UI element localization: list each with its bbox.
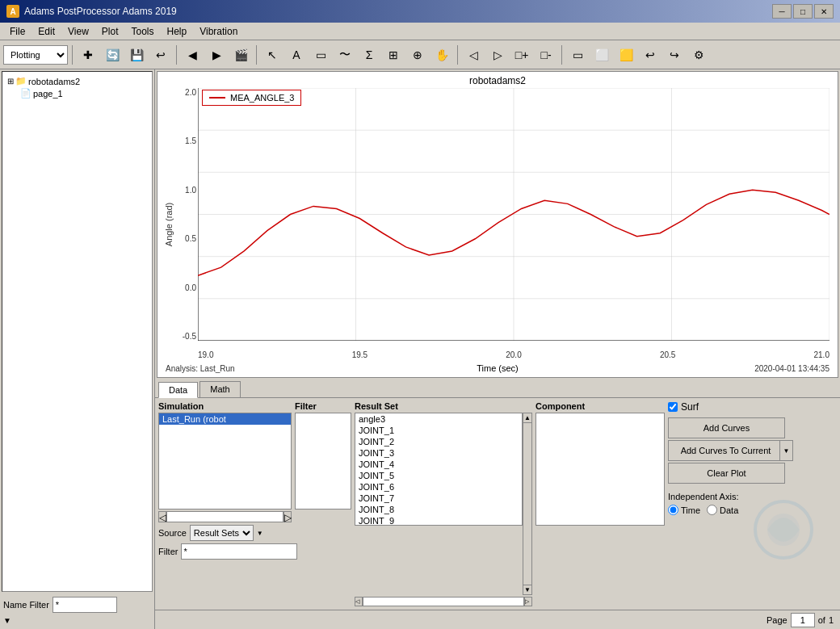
filter-section: Filter bbox=[295, 401, 351, 606]
add-curves-button[interactable]: Add Curves bbox=[668, 417, 785, 438]
timestamp: 2020-04-01 13:44:35 bbox=[754, 364, 830, 373]
menu-view[interactable]: View bbox=[61, 24, 95, 39]
result-item-joint6[interactable]: JOINT_6 bbox=[355, 481, 522, 493]
new-button[interactable]: ✚ bbox=[77, 44, 99, 66]
surf-checkbox[interactable] bbox=[668, 402, 678, 412]
scroll-up-btn[interactable]: ▲ bbox=[523, 413, 531, 423]
scroll-down-btn[interactable]: ▼ bbox=[523, 585, 531, 594]
open-button[interactable]: 🔄 bbox=[101, 44, 124, 66]
simulation-list[interactable]: Last_Run (robot bbox=[158, 413, 292, 509]
x-axis-label: Time (sec) bbox=[158, 363, 838, 373]
forward-button[interactable]: ▶ bbox=[205, 44, 228, 66]
filter-list[interactable] bbox=[295, 413, 351, 509]
menu-plot[interactable]: Plot bbox=[95, 24, 125, 39]
result-item-joint1[interactable]: JOINT_1 bbox=[355, 425, 522, 436]
tree-item-page1[interactable]: 📄 page_1 bbox=[6, 87, 149, 99]
right-buttons: Surf Add Curves Add Curves To Current ▼ … bbox=[668, 401, 793, 606]
result-set-container: angle3 JOINT_1 JOINT_2 JOINT_3 JOINT_4 J… bbox=[355, 413, 532, 595]
sep-3 bbox=[256, 45, 257, 65]
next-page-button[interactable]: ▷ bbox=[486, 44, 509, 66]
bottom-panel: Data Math Simulation Last_Run (robot bbox=[155, 379, 840, 610]
view3-button[interactable]: 🟨 bbox=[615, 44, 637, 66]
save-button[interactable]: 💾 bbox=[125, 44, 148, 66]
add-curves-dropdown-icon[interactable]: ▼ bbox=[780, 440, 793, 461]
surf-row: Surf bbox=[668, 401, 793, 413]
sim-item-last-run[interactable]: Last_Run (robot bbox=[159, 413, 291, 425]
page-number-input[interactable] bbox=[791, 613, 815, 627]
result-item-joint9[interactable]: JOINT_9 bbox=[355, 515, 522, 526]
result-item-joint3[interactable]: JOINT_3 bbox=[355, 447, 522, 459]
filter-arrow-icon[interactable]: ▼ bbox=[3, 616, 11, 625]
undo-button[interactable]: ↩ bbox=[149, 44, 172, 66]
frame-button[interactable]: ▭ bbox=[309, 44, 332, 66]
text-button[interactable]: A bbox=[285, 44, 308, 66]
export-button[interactable]: ↩ bbox=[639, 44, 662, 66]
menu-vibration[interactable]: Vibration bbox=[193, 24, 244, 39]
app-icon: A bbox=[6, 5, 19, 18]
settings-button[interactable]: ⚙ bbox=[687, 44, 710, 66]
menu-edit[interactable]: Edit bbox=[32, 24, 61, 39]
view1-button[interactable]: ▭ bbox=[566, 44, 589, 66]
grid-button[interactable]: ⊞ bbox=[382, 44, 405, 66]
result-set-label: Result Set bbox=[355, 401, 532, 411]
result-item-joint7[interactable]: JOINT_7 bbox=[355, 493, 522, 504]
tree-item-robotadams2[interactable]: ⊞ 📁 robotadams2 bbox=[6, 75, 149, 87]
add-curves-to-current-button[interactable]: Add Curves To Current bbox=[668, 440, 780, 461]
hscroll-left[interactable]: ◁ bbox=[355, 597, 363, 606]
close-button[interactable]: ✕ bbox=[814, 4, 834, 19]
radio-data[interactable]: Data bbox=[707, 505, 738, 515]
menu-help[interactable]: Help bbox=[161, 24, 194, 39]
hscroll-right[interactable]: ▷ bbox=[524, 597, 532, 606]
hscroll-track[interactable] bbox=[363, 597, 524, 606]
tree-area: ⊞ 📁 robotadams2 📄 page_1 bbox=[2, 71, 153, 592]
source-select[interactable]: Result Sets bbox=[190, 525, 254, 541]
sum-button[interactable]: Σ bbox=[358, 44, 380, 66]
pan-button[interactable]: ✋ bbox=[430, 44, 453, 66]
total-pages: 1 bbox=[829, 615, 834, 625]
record-button[interactable]: 🎬 bbox=[229, 44, 252, 66]
mode-dropdown[interactable]: Plotting bbox=[3, 45, 68, 65]
prev-page-button[interactable]: ◁ bbox=[462, 44, 485, 66]
source-label: Source bbox=[158, 528, 187, 538]
menu-tools[interactable]: Tools bbox=[125, 24, 161, 39]
target-button[interactable]: ⊕ bbox=[406, 44, 429, 66]
scroll-right-btn[interactable]: ▷ bbox=[284, 511, 292, 522]
result-item-joint5[interactable]: JOINT_5 bbox=[355, 470, 522, 481]
result-item-joint2[interactable]: JOINT_2 bbox=[355, 436, 522, 447]
back-button[interactable]: ◀ bbox=[181, 44, 204, 66]
xtick-20: 20.0 bbox=[506, 350, 521, 359]
result-scrollbar[interactable]: ▲ ▼ bbox=[523, 413, 532, 595]
radio-time-input[interactable] bbox=[668, 505, 678, 515]
result-set-list[interactable]: angle3 JOINT_1 JOINT_2 JOINT_3 JOINT_4 J… bbox=[355, 413, 523, 526]
tab-data[interactable]: Data bbox=[158, 382, 198, 398]
title-bar: A Adams PostProcessor Adams 2019 ─ □ ✕ bbox=[0, 0, 840, 23]
result-item-angle3[interactable]: angle3 bbox=[355, 413, 522, 425]
del-page-button[interactable]: □- bbox=[535, 44, 557, 66]
view2-button[interactable]: ⬜ bbox=[590, 44, 613, 66]
name-filter-input[interactable] bbox=[52, 597, 117, 613]
filter-input[interactable] bbox=[181, 543, 297, 560]
minimize-button[interactable]: ─ bbox=[772, 4, 792, 19]
ytick-neg0-5: -0.5 bbox=[182, 332, 196, 341]
clear-plot-button[interactable]: Clear Plot bbox=[668, 463, 785, 484]
component-list[interactable] bbox=[536, 413, 665, 526]
sim-scrollbar[interactable] bbox=[166, 511, 284, 522]
select-button[interactable]: ↖ bbox=[261, 44, 284, 66]
tab-math[interactable]: Math bbox=[200, 381, 240, 397]
import-button[interactable]: ↪ bbox=[663, 44, 686, 66]
maximize-button[interactable]: □ bbox=[793, 4, 813, 19]
result-item-joint8[interactable]: JOINT_8 bbox=[355, 504, 522, 515]
chart-svg bbox=[198, 88, 830, 341]
radio-time[interactable]: Time bbox=[668, 505, 700, 515]
tree-label-page1: page_1 bbox=[33, 89, 63, 99]
curve-button[interactable]: 〜 bbox=[334, 44, 356, 66]
data-panel: Simulation Last_Run (robot ◁ ▷ Source bbox=[158, 401, 837, 606]
expand-icon: ⊞ bbox=[7, 77, 14, 86]
independent-axis-label: Independent Axis: bbox=[668, 492, 793, 501]
menu-file[interactable]: File bbox=[3, 24, 32, 39]
radio-data-input[interactable] bbox=[707, 505, 717, 515]
result-item-joint4[interactable]: JOINT_4 bbox=[355, 459, 522, 470]
scroll-left-btn[interactable]: ◁ bbox=[158, 511, 166, 522]
add-page-button[interactable]: □+ bbox=[510, 44, 533, 66]
left-panel: ⊞ 📁 robotadams2 📄 page_1 Name Filter ▼ bbox=[0, 69, 155, 629]
